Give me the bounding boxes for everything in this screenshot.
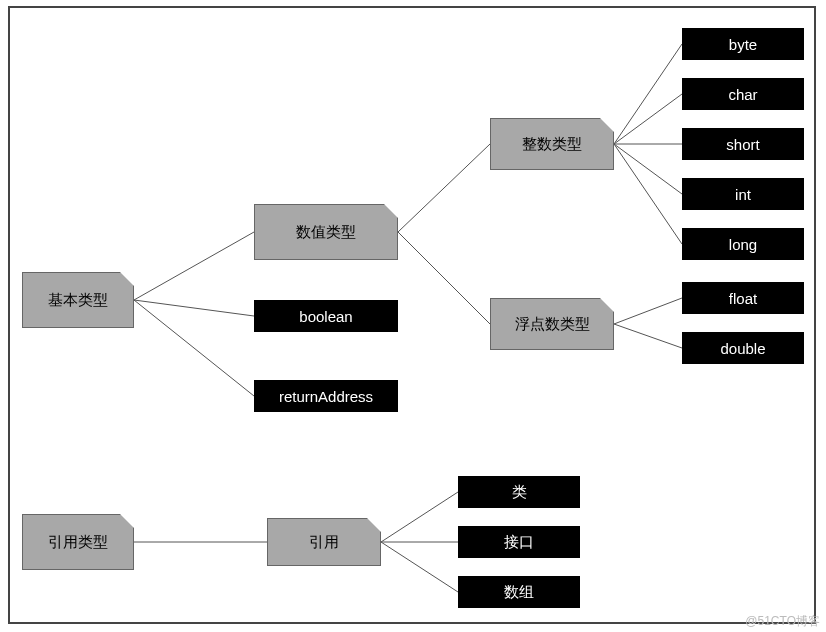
svg-line-6 <box>614 94 682 144</box>
node-array: 数组 <box>458 576 580 608</box>
svg-line-5 <box>614 44 682 144</box>
svg-line-15 <box>381 542 458 592</box>
svg-line-4 <box>398 232 490 324</box>
svg-line-9 <box>614 144 682 244</box>
node-numeric-type: 数值类型 <box>254 204 398 260</box>
node-double: double <box>682 332 804 364</box>
node-boolean: boolean <box>254 300 398 332</box>
node-int: int <box>682 178 804 210</box>
node-float-point-type: 浮点数类型 <box>490 298 614 350</box>
node-interface: 接口 <box>458 526 580 558</box>
node-byte: byte <box>682 28 804 60</box>
svg-line-13 <box>381 492 458 542</box>
node-long: long <box>682 228 804 260</box>
node-reference-type: 引用类型 <box>22 514 134 570</box>
node-char: char <box>682 78 804 110</box>
svg-line-1 <box>134 300 254 316</box>
watermark: @51CTO博客 <box>745 613 820 630</box>
svg-line-0 <box>134 232 254 300</box>
svg-line-10 <box>614 298 682 324</box>
node-class: 类 <box>458 476 580 508</box>
node-float: float <box>682 282 804 314</box>
node-short: short <box>682 128 804 160</box>
svg-line-3 <box>398 144 490 232</box>
svg-line-2 <box>134 300 254 396</box>
node-returnAddress: returnAddress <box>254 380 398 412</box>
svg-line-8 <box>614 144 682 194</box>
node-basic-type: 基本类型 <box>22 272 134 328</box>
node-reference: 引用 <box>267 518 381 566</box>
svg-line-11 <box>614 324 682 348</box>
node-integer-type: 整数类型 <box>490 118 614 170</box>
diagram-frame: 基本类型 引用类型 数值类型 boolean returnAddress 整数类… <box>8 6 816 624</box>
